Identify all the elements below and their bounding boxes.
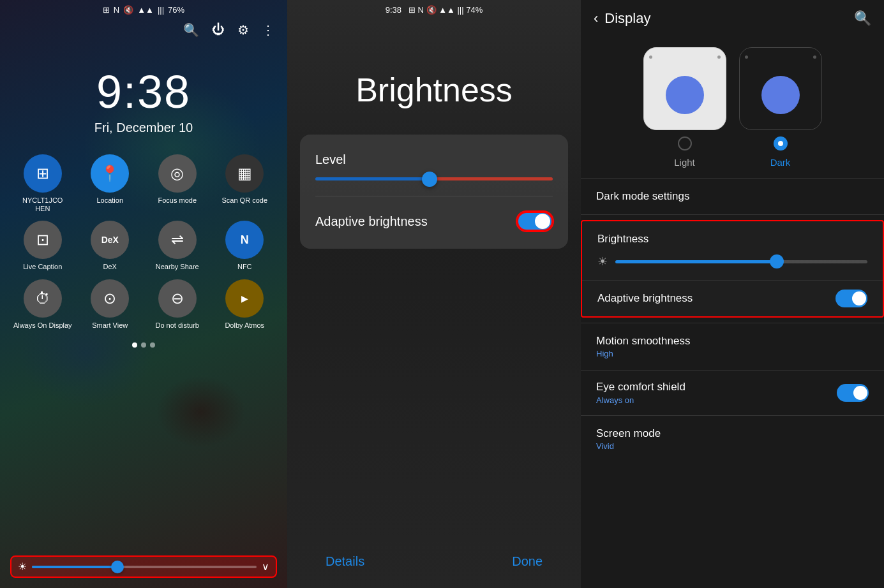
- brightness-slider-track[interactable]: [32, 566, 257, 568]
- brightness-section-highlighted: Brightness ☀ Adaptive brightness: [581, 220, 884, 318]
- adaptive-brightness-row: Adaptive brightness: [315, 212, 553, 231]
- theme-option-light[interactable]: Light: [643, 47, 726, 168]
- settings-icon[interactable]: ⚙: [237, 22, 249, 38]
- motion-smoothness-text: Motion smoothness High: [596, 335, 690, 358]
- status-text: 9:38 ⊞ N 🔇 ▲▲ ||| 74%: [386, 5, 483, 15]
- app-label: NYCLT1JCOHEN: [22, 196, 63, 213]
- app-label: Smart View: [92, 321, 128, 330]
- eye-comfort-toggle[interactable]: [837, 384, 869, 402]
- more-options-icon[interactable]: ⋮: [262, 22, 274, 38]
- eye-comfort-shield-item[interactable]: Eye comfort shield Always on: [581, 371, 884, 415]
- power-icon[interactable]: ⏻: [212, 22, 225, 38]
- app-icon-dolby: ▶: [225, 279, 264, 318]
- page-title: Display: [604, 10, 650, 27]
- adaptive-brightness-toggle2[interactable]: [835, 290, 867, 307]
- expand-icon[interactable]: ∨: [262, 561, 269, 573]
- list-item[interactable]: ⇌ Nearby Share: [147, 221, 207, 271]
- bluetooth-icon: ⊞: [103, 5, 110, 15]
- preview-dot: [717, 55, 721, 59]
- clock-area: 9:38 Fri, December 10: [0, 66, 287, 135]
- app-label: Always On Display: [13, 321, 72, 330]
- dot-1: [132, 342, 137, 348]
- brightness-slider-row: ☀: [597, 254, 867, 268]
- level-slider-thumb[interactable]: [422, 172, 437, 187]
- list-item[interactable]: ⊖ Do not disturb: [147, 279, 207, 330]
- mute-icon: 🔇: [123, 5, 133, 15]
- lock-screen-panel: ⊞ N 🔇 ▲▲ ||| 76% 🔍 ⏻ ⚙ ⋮ 9:38 Fri, Decem…: [0, 0, 287, 588]
- screen-mode-item[interactable]: Screen mode Vivid: [581, 416, 884, 462]
- back-button[interactable]: ‹: [594, 10, 598, 27]
- brightness-title: Brightness: [287, 71, 581, 109]
- signal-icon: |||: [158, 5, 164, 15]
- dot-2: [141, 342, 146, 348]
- list-item[interactable]: DeX DeX: [80, 221, 140, 271]
- display-header: ‹ Display 🔍: [581, 0, 884, 37]
- level-label: Level: [315, 152, 553, 167]
- brightness-min-icon: ☀: [18, 561, 27, 573]
- light-theme-label: Light: [674, 157, 695, 168]
- brightness-slider-thumb2[interactable]: [770, 254, 784, 268]
- motion-smoothness-item[interactable]: Motion smoothness High: [581, 323, 884, 370]
- adaptive-brightness-label2: Adaptive brightness: [597, 292, 693, 305]
- list-item[interactable]: ⏱ Always On Display: [13, 279, 73, 330]
- details-button[interactable]: Details: [326, 554, 364, 569]
- level-slider[interactable]: [315, 177, 553, 180]
- dark-mode-settings-item[interactable]: Dark mode settings: [581, 179, 884, 214]
- preview-dot: [813, 55, 816, 59]
- app-icon-dex: DeX: [91, 221, 129, 259]
- brightness-slider-thumb[interactable]: [111, 561, 124, 573]
- app-icon-livecaption: ⊡: [24, 221, 62, 259]
- list-item[interactable]: ▦ Scan QR code: [215, 154, 275, 213]
- list-item[interactable]: ⊡ Live Caption: [13, 221, 73, 271]
- dark-mode-label: Dark mode settings: [596, 190, 689, 203]
- brightness-slider-track2[interactable]: [615, 260, 867, 263]
- level-slider-track[interactable]: [315, 177, 553, 180]
- dark-theme-radio[interactable]: [774, 136, 788, 151]
- list-item[interactable]: ◎ Focus mode: [147, 154, 207, 213]
- level-row: Level: [315, 152, 553, 180]
- preview-circle: [666, 76, 704, 114]
- light-theme-preview: [643, 47, 726, 130]
- screen-mode-title: Screen mode: [596, 427, 661, 440]
- app-label: Dolby Atmos: [225, 321, 264, 330]
- brightness-divider: [315, 196, 553, 196]
- motion-smoothness-subtitle: High: [596, 349, 690, 358]
- theme-selector: Light Dark: [581, 37, 884, 178]
- search-button[interactable]: 🔍: [854, 10, 871, 27]
- eye-comfort-title: Eye comfort shield: [596, 381, 685, 393]
- dark-theme-label: Dark: [770, 157, 791, 168]
- app-icon-dnd: ⊖: [158, 279, 197, 318]
- brightness-low-icon: ☀: [597, 254, 608, 268]
- list-item[interactable]: N NFC: [215, 221, 275, 271]
- list-item[interactable]: ⊞ NYCLT1JCOHEN: [13, 154, 73, 213]
- app-icon-focus: ◎: [158, 154, 197, 193]
- list-item[interactable]: ▶ Dolby Atmos: [215, 279, 275, 330]
- app-icon-nfc: N: [225, 221, 264, 259]
- done-button[interactable]: Done: [512, 554, 543, 569]
- battery-text: 76%: [168, 5, 184, 15]
- brightness-section: Brightness ☀: [582, 221, 883, 280]
- list-item[interactable]: ⊙ Smart View: [80, 279, 140, 330]
- eye-comfort-text: Eye comfort shield Always on: [596, 381, 685, 405]
- adaptive-brightness-label: Adaptive brightness: [315, 214, 428, 229]
- divider: [581, 214, 884, 215]
- app-grid: ⊞ NYCLT1JCOHEN 📍 Location ◎ Focus mode ▦…: [0, 135, 287, 330]
- theme-option-dark[interactable]: Dark: [739, 47, 822, 168]
- display-settings-panel: ‹ Display 🔍 Light: [581, 0, 884, 588]
- nfc-icon: N: [114, 5, 119, 15]
- quick-actions-bar: 🔍 ⏻ ⚙ ⋮: [0, 20, 287, 40]
- search-icon[interactable]: 🔍: [183, 22, 199, 38]
- brightness-controls: Level Adaptive brightness: [300, 135, 568, 249]
- brightness-bar-lock[interactable]: ☀ ∨: [10, 555, 277, 578]
- bottom-actions: Details Done: [287, 535, 581, 588]
- list-item[interactable]: 📍 Location: [80, 154, 140, 213]
- motion-smoothness-title: Motion smoothness: [596, 335, 690, 348]
- adaptive-brightness-toggle[interactable]: [517, 212, 553, 231]
- app-label: Focus mode: [158, 196, 197, 205]
- app-label: NFC: [237, 263, 252, 271]
- screen-mode-text: Screen mode Vivid: [596, 427, 661, 451]
- preview-top-bar: [649, 53, 721, 61]
- app-icon-smartview: ⊙: [91, 279, 129, 318]
- eye-comfort-subtitle: Always on: [596, 395, 685, 405]
- light-theme-radio[interactable]: [678, 136, 692, 151]
